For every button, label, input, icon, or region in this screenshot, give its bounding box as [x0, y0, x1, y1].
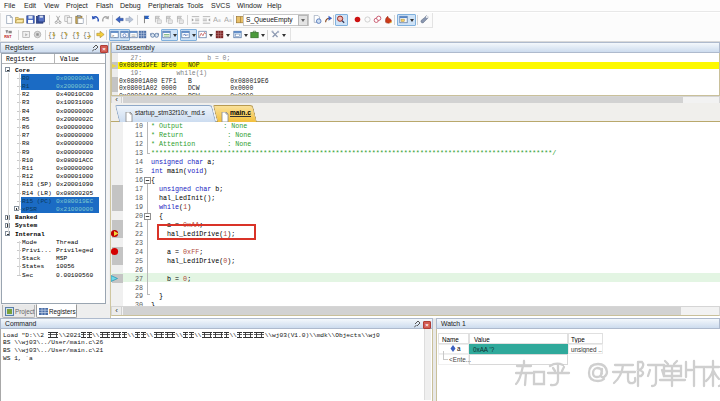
svg-text:{}: {} — [60, 32, 68, 39]
svg-text:>_: >_ — [112, 34, 117, 38]
svg-text:a: a — [218, 18, 221, 23]
svg-text:a: a — [229, 18, 232, 23]
svg-text:RST: RST — [4, 35, 12, 39]
